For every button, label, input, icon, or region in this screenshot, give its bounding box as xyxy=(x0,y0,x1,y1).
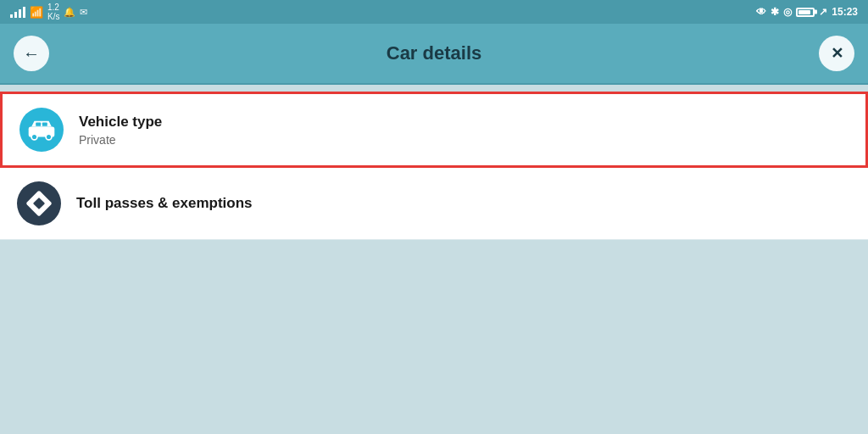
status-left: 📶 1.2K/s 🔔 ✉ xyxy=(10,3,87,21)
toll-passes-icon-bg xyxy=(17,181,61,225)
vehicle-type-icon-bg xyxy=(19,108,64,152)
network-icon: ↗ xyxy=(819,6,827,18)
svg-point-1 xyxy=(31,134,37,140)
car-icon xyxy=(27,119,56,141)
location-icon: ◎ xyxy=(783,6,792,18)
close-icon: ✕ xyxy=(831,44,843,63)
vehicle-type-text: Vehicle type Private xyxy=(79,113,162,147)
app-header: ← Car details ✕ xyxy=(0,24,868,85)
toll-passes-text: Toll passes & exemptions xyxy=(76,194,253,213)
vehicle-type-label: Vehicle type xyxy=(79,113,162,131)
notification-icon: 🔔 xyxy=(64,7,75,18)
svg-rect-4 xyxy=(42,123,47,126)
toll-passes-label: Toll passes & exemptions xyxy=(76,194,253,213)
svg-point-2 xyxy=(46,134,52,140)
time-display: 15:23 xyxy=(832,6,858,18)
header-divider xyxy=(0,85,868,92)
signal-icon xyxy=(10,6,25,18)
content-area: Vehicle type Private Toll passes & exemp… xyxy=(0,92,868,240)
eye-icon: 👁 xyxy=(756,6,766,18)
page-title: Car details xyxy=(387,42,482,64)
wifi-icon: 📶 xyxy=(30,6,43,19)
bottom-area xyxy=(0,240,868,434)
diamond-icon xyxy=(25,190,52,216)
status-right: 👁 ✱ ◎ ↗ 15:23 xyxy=(756,6,858,18)
back-button[interactable]: ← xyxy=(14,36,49,71)
status-bar: 📶 1.2K/s 🔔 ✉ 👁 ✱ ◎ ↗ 15:23 xyxy=(0,0,868,24)
email-icon: ✉ xyxy=(80,7,87,18)
vehicle-type-sublabel: Private xyxy=(79,133,162,147)
toll-passes-item[interactable]: Toll passes & exemptions xyxy=(0,168,868,240)
bluetooth-icon: ✱ xyxy=(771,6,779,18)
speed-indicator: 1.2K/s xyxy=(47,3,59,21)
svg-rect-3 xyxy=(36,123,41,126)
battery-icon xyxy=(796,8,815,17)
back-arrow-icon: ← xyxy=(23,44,40,64)
close-button[interactable]: ✕ xyxy=(819,36,854,71)
vehicle-type-item[interactable]: Vehicle type Private xyxy=(0,92,868,168)
